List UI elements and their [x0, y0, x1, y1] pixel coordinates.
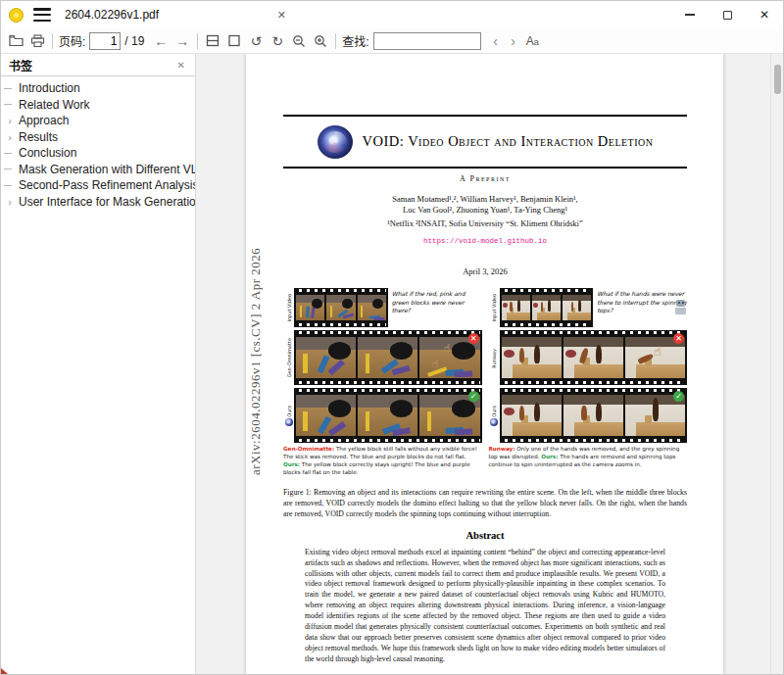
film-frame: [358, 337, 417, 378]
tree-line: [1, 169, 19, 169]
robot-icon: [674, 300, 687, 315]
panel-caption-right: Runway: Only one of the hands was remove…: [489, 446, 688, 468]
app-logo-icon: [9, 8, 24, 23]
row-label: Ours: [491, 406, 497, 417]
figure-caption: Figure 1: Removing an object and its int…: [283, 487, 687, 520]
page-number-input[interactable]: [89, 32, 121, 50]
film-frame: [502, 295, 530, 320]
fit-width-icon[interactable]: [202, 30, 223, 52]
print-button[interactable]: [26, 30, 48, 52]
bookmarks-header: 书签 ✕: [1, 54, 195, 76]
film-frame: [296, 395, 356, 436]
sidebar-item-introduction[interactable]: Introduction: [1, 80, 195, 97]
fail-badge-icon: ✕: [468, 333, 479, 344]
method-label: Ours:: [541, 454, 558, 459]
find-next-icon[interactable]: ›: [505, 33, 522, 49]
figure-panel-left: Input Video What if the red, pink and gr…: [283, 288, 482, 476]
sidebar-item-conclusion[interactable]: Conclusion: [1, 145, 195, 162]
minimize-button[interactable]: [671, 1, 709, 28]
sidebar-item-second-pass[interactable]: Second-Pass Refinement Analysis: [1, 177, 195, 194]
filmstrip-ours: ✓: [500, 388, 688, 443]
hand-cursor-icon: ☝: [444, 342, 451, 355]
chevron-right-icon[interactable]: ›: [2, 196, 18, 208]
vertical-scrollbar[interactable]: [770, 54, 783, 674]
sidebar-item-results[interactable]: ›Results: [1, 129, 195, 146]
match-case-toggle[interactable]: Aa: [526, 34, 539, 48]
document-canvas: arXiv:2604.02296v1 [cs.CV] 2 Apr 2026 VO…: [196, 54, 783, 674]
film-frame: [563, 295, 591, 320]
separator: [52, 33, 53, 49]
film-frame: [502, 395, 562, 436]
filmstrip-input: [500, 288, 594, 327]
sidebar-item-mask-generation[interactable]: Mask Generation with Different VLM R: [1, 162, 195, 178]
filmstrip-input: [294, 288, 388, 327]
void-mini-logo-icon: [285, 418, 293, 426]
tree-line: [1, 104, 19, 105]
find-prev-icon[interactable]: ‹: [487, 33, 505, 49]
filmstrip-runway: ✕ ☝: [500, 330, 688, 385]
tree-line: [1, 153, 19, 154]
film-frame: [358, 295, 386, 320]
find-input[interactable]: [373, 32, 481, 50]
chevron-right-icon[interactable]: ›: [2, 131, 18, 143]
row-label: Input Video: [491, 294, 497, 322]
chevron-right-icon[interactable]: ›: [2, 115, 18, 126]
film-frame: [296, 337, 356, 378]
forward-icon[interactable]: →: [172, 33, 193, 49]
affiliations: ¹Netflix ²INSAIT, Sofia University “St. …: [283, 218, 687, 228]
zoom-out-icon[interactable]: [288, 30, 310, 52]
page-label: 页码:: [59, 32, 85, 49]
sidebar-item-approach[interactable]: ›Approach: [1, 113, 195, 129]
back-icon[interactable]: ←: [150, 33, 172, 49]
divider: [283, 167, 687, 169]
filmstrip-gen-omnimatte: ✕ ☝ ☝: [294, 330, 482, 385]
film-frame: [296, 295, 324, 320]
paper-title: VOID: Video Object and Interaction Delet…: [363, 133, 654, 150]
document-tab[interactable]: 2604.02296v1.pdf ✕: [65, 1, 292, 28]
method-label: Ours:: [283, 461, 300, 467]
close-button[interactable]: ✕: [746, 1, 783, 28]
rotate-right-icon[interactable]: ↻: [267, 33, 288, 49]
abstract-body: Existing video object removal methods ex…: [305, 548, 665, 665]
maximize-button[interactable]: [709, 1, 746, 28]
authors: Saman Motamed¹,², William Harvey¹, Benja…: [283, 194, 687, 217]
tree-line: [1, 88, 19, 89]
method-label: Runway:: [489, 446, 515, 452]
sidebar-item-user-interface[interactable]: ›User Interface for Mask Generation: [1, 194, 195, 211]
film-frame: [564, 337, 623, 378]
bookmarks-list: Introduction Related Work ›Approach ›Res…: [1, 76, 195, 210]
void-logo-image: [318, 125, 353, 159]
panel-caption-left: Gen-Omnimatte: The yellow block still fa…: [283, 446, 482, 476]
film-frame: [564, 395, 623, 436]
tree-line: [1, 185, 19, 186]
success-badge-icon: ✓: [468, 391, 479, 402]
window-controls: ✕: [671, 1, 783, 28]
toolbar: 页码: / 19 ← → ↺ ↻ 查找: ‹ › Aa: [1, 28, 783, 54]
row-label: Ours: [286, 406, 292, 417]
tab-close-icon[interactable]: ✕: [271, 7, 292, 24]
pdf-page: arXiv:2604.02296v1 [cs.CV] 2 Apr 2026 VO…: [246, 54, 723, 674]
zoom-in-icon[interactable]: [310, 30, 331, 52]
menu-icon[interactable]: [33, 8, 51, 22]
project-link[interactable]: https://void-model.github.io: [283, 237, 687, 245]
preprint-label: A Preprint: [283, 174, 687, 183]
row-label: Input Video: [286, 294, 292, 322]
void-mini-logo-icon: [490, 418, 498, 426]
fit-page-icon[interactable]: [223, 30, 245, 52]
sidebar-item-related-work[interactable]: Related Work: [1, 97, 195, 114]
tab-title: 2604.02296v1.pdf: [65, 8, 271, 22]
scrollbar-thumb[interactable]: [774, 65, 781, 94]
film-frame: [502, 337, 562, 378]
film-frame: [358, 395, 417, 436]
open-file-button[interactable]: [5, 30, 26, 52]
bookmarks-title: 书签: [9, 57, 32, 73]
separator: [335, 33, 336, 49]
bookmarks-close-icon[interactable]: ✕: [175, 60, 187, 71]
rotate-left-icon[interactable]: ↺: [245, 33, 267, 49]
hand-cursor-icon: ☝: [654, 344, 662, 359]
film-frame: [419, 395, 479, 436]
row-label: Gen-Omnimatte: [286, 338, 292, 377]
film-frame: [326, 295, 355, 320]
film-frame: [532, 295, 561, 320]
abstract-heading: Abstract: [283, 530, 687, 541]
